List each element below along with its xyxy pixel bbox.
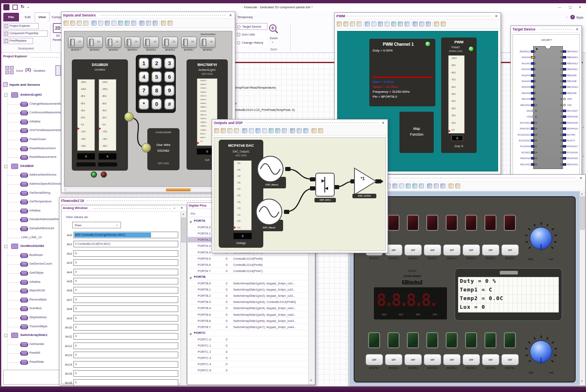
digital-row-PORTC.0[interactable]: PORTC.00 <box>188 337 308 343</box>
zoom-button[interactable]: Zoom▾ <box>267 23 280 46</box>
tree-item-transmitbyte[interactable]: TransmitByte <box>1 324 61 330</box>
keypad-key-4[interactable]: 4 <box>139 71 149 82</box>
tree-item-readstate[interactable]: ReadState <box>1 359 61 366</box>
toolbar-icon[interactable] <box>262 128 267 133</box>
toggle-switch-$PORTB.7[interactable]: ON <box>68 37 84 48</box>
digital-row-PORTC.4[interactable]: PORTC.40 <box>188 361 308 367</box>
help-icon[interactable]: ? <box>570 15 575 19</box>
tab-edit[interactable]: Edit <box>21 13 34 21</box>
toolbar-icon[interactable] <box>426 21 431 26</box>
toggle-switch-$PORTB.1[interactable]: ON <box>181 37 197 48</box>
toolbar-icon[interactable] <box>398 21 403 26</box>
toolbar-icon[interactable] <box>419 183 424 188</box>
analog-input-An9[interactable]: 0 <box>73 315 178 322</box>
digital-row-PORTA.7[interactable]: PORTA.70ComboBL0114(PinA7) <box>188 268 308 274</box>
toolbar-icon[interactable] <box>168 21 172 26</box>
expand-icon[interactable]: - <box>4 94 7 97</box>
toggle-switch-$PORTB.4[interactable]: ON <box>125 37 140 48</box>
toolbar-icon[interactable] <box>455 183 460 188</box>
tree-item-addressnextdevice[interactable]: AddressNextDevice <box>1 172 61 178</box>
minimize-button[interactable]: — <box>558 5 561 9</box>
toggle-switch-$PORTB.2[interactable]: ON <box>162 37 178 48</box>
porta-button-7[interactable]: OFF <box>501 244 519 256</box>
target-device-window-close-button[interactable]: ✕ <box>576 27 579 31</box>
digital-row-PORTA.6[interactable]: PORTA.60ComboBL0114(PinA6) <box>188 262 308 268</box>
digital-row-PORTC.2[interactable]: PORTC.20 <box>188 349 308 355</box>
toolbar-icon[interactable] <box>249 128 254 133</box>
tree-item-receivebyte[interactable]: ReceiveByte <box>1 297 61 303</box>
collapse-ribbon-icon[interactable]: ^ <box>566 16 568 19</box>
toolbar-icon[interactable] <box>269 128 274 133</box>
tab-file[interactable]: File <box>3 13 19 21</box>
toggle-switch-$PORTB.0[interactable]: ON <box>200 37 215 48</box>
tree-item-resetmeasurement[interactable]: ResetMeasurement <box>1 154 61 161</box>
porta-button-2[interactable]: OFF <box>404 244 422 256</box>
wire-node-1[interactable] <box>124 112 134 122</box>
tab-view[interactable]: View <box>35 12 50 22</box>
inputs-sensors-window-close-button[interactable]: ✕ <box>229 13 232 17</box>
analog-input-An6[interactable]: 0 <box>73 287 178 293</box>
toggle-switch-$PORTB.3[interactable]: ON <box>143 37 159 48</box>
toolbar-icon[interactable] <box>406 183 411 188</box>
toolbar-icon[interactable] <box>371 21 376 26</box>
toolbar-icon[interactable] <box>118 21 123 26</box>
board-scroll-thumb[interactable] <box>580 197 585 230</box>
analog-input-An13[interactable]: 0 <box>73 352 178 358</box>
keypad-key-7[interactable]: 7 <box>139 85 149 96</box>
toolbar-icon[interactable] <box>399 183 404 188</box>
analog-input-An1[interactable]: 0 ComboBL0114(Pot ADC) <box>73 241 178 247</box>
toolbar-icon[interactable] <box>131 21 136 26</box>
toolbar-icon[interactable] <box>357 21 362 26</box>
toolbar-icon[interactable] <box>385 21 390 26</box>
wire-node-2[interactable] <box>142 143 151 153</box>
ribbon-check-target-device[interactable]: Target Device <box>236 23 267 30</box>
toolbar-icon[interactable] <box>441 21 446 26</box>
keypad-key-*[interactable]: * <box>139 99 149 110</box>
keypad-key-6[interactable]: 6 <box>164 71 175 82</box>
switch-lever[interactable] <box>183 39 188 46</box>
keypad-key-#[interactable]: # <box>164 99 175 110</box>
portb-button-2[interactable]: OFF <box>404 354 422 365</box>
target-device-window-titlebar[interactable]: Target Device✕ <box>511 26 581 33</box>
tab-temporary[interactable]: Temporary <box>237 13 262 21</box>
digital-row-PORTC.3[interactable]: PORTC.30 <box>188 355 308 361</box>
digital-row-PORTB.7[interactable]: PORTB.70SwitchArraySlide1(pin7), keypad_… <box>188 324 308 330</box>
digital-row-PORTB.2[interactable]: PORTB.20SwitchArraySlide1(pin2), keypad_… <box>188 293 308 299</box>
switch-lever[interactable] <box>70 39 75 46</box>
tree-item-busreset[interactable]: BusReset <box>1 252 61 259</box>
toolbar-icon[interactable] <box>404 21 409 26</box>
toolbar-icon[interactable] <box>419 21 424 26</box>
tree-item-changemeasurementmode[interactable]: ChangeMeasurementMode <box>1 101 61 108</box>
tree-item-link_line_13[interactable]: LINK_LINE_13 <box>1 235 61 241</box>
digital-row-PORTA.5[interactable]: PORTA.50ComboBL0114(PinA5) <box>188 256 308 262</box>
analog-input-An14[interactable]: 0 <box>73 361 178 368</box>
analog-input-An11[interactable]: 0 <box>73 333 178 340</box>
variables-icon[interactable]: {X} <box>25 68 31 72</box>
toolbar-icon[interactable] <box>227 128 232 133</box>
toolbar-icon[interactable] <box>139 21 144 26</box>
digital-row-PORTB.4[interactable]: PORTB.40SwitchArraySlide1(pin4), keypad_… <box>188 305 308 311</box>
toolbar-icon[interactable] <box>83 21 88 26</box>
toggle-switch-$PORTB.5[interactable]: ON <box>106 37 121 48</box>
toolbar-icon[interactable] <box>350 21 355 26</box>
toolbar-icon[interactable] <box>111 21 116 26</box>
toolbar-icon[interactable] <box>161 21 166 26</box>
analog-input-An10[interactable]: 0 <box>73 324 178 331</box>
keypad-key-5[interactable]: 5 <box>151 71 162 82</box>
toolbar-icon[interactable] <box>125 21 130 26</box>
toolbar-icon[interactable] <box>146 21 151 26</box>
porta-button-3[interactable]: OFF <box>424 244 441 256</box>
tree-item-initialise[interactable]: Initialise <box>1 119 61 125</box>
keypad-key-0[interactable]: 0 <box>151 99 162 110</box>
digital-row-PORTC.1[interactable]: PORTC.10 <box>188 343 308 349</box>
qat-caret-icon[interactable]: ▾ <box>28 6 29 9</box>
portb-button-7[interactable]: OFF <box>501 354 519 365</box>
portb-button-1[interactable]: OFF <box>385 354 402 365</box>
analog-input-An8[interactable]: 0 <box>73 305 178 312</box>
style-button[interactable]: Style <box>576 16 584 19</box>
icons-grid-icon[interactable] <box>5 66 14 74</box>
tree-item-switcharrayslide1[interactable]: -SwitchArraySlide1 <box>1 332 61 339</box>
outputs-dsp-window-titlebar[interactable]: Outputs and DSP✕ <box>212 120 388 126</box>
outputs-dsp-window-close-button[interactable]: ✕ <box>382 121 385 125</box>
digital-row-PORTC[interactable]: ◢PORTC <box>188 331 308 336</box>
